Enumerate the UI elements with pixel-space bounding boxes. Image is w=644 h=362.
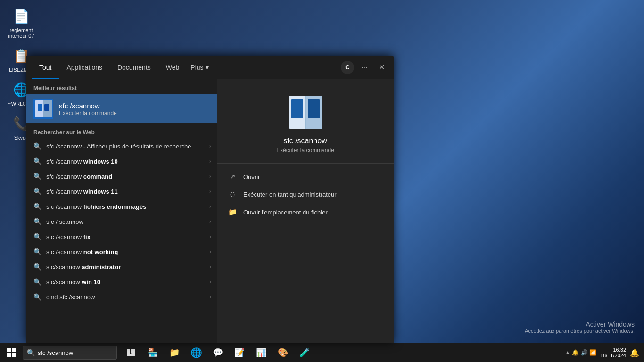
search-icon: 🔍 (33, 173, 41, 180)
result-actions: ↗ Ouvrir 🛡 Exécuter en tant qu'administr… (217, 164, 394, 225)
taskbar: 🔍 🏪 📁 🌐 💬 📝 📊 🎨 🧪 ▲ 🔔 🔊 📶 (0, 343, 644, 362)
chevron-down-icon: ▾ (206, 64, 209, 71)
search-icon: 🔍 (33, 248, 41, 255)
skype-taskbar-button[interactable]: 💬 (207, 343, 228, 362)
tab-tout[interactable]: Tout (32, 56, 59, 79)
web-search-item-8[interactable]: 🔍 sfc/scannow administrator › (26, 259, 217, 274)
web-search-header: Rechercher sur le Web (26, 123, 217, 139)
web-search-item-2[interactable]: 🔍 sfc /scannow command › (26, 169, 217, 184)
svg-rect-14 (131, 349, 135, 354)
search-icon: 🔍 (33, 142, 41, 150)
web-search-item-6[interactable]: 🔍 sfc /scannow fix › (26, 229, 217, 244)
activate-windows-subtitle: Accédez aux paramètres pour activer Wind… (525, 328, 635, 334)
tab-web[interactable]: Web (158, 56, 187, 79)
search-icon: 🔍 (33, 263, 41, 271)
web-search-item-1[interactable]: 🔍 sfc /scannow windows 10 › (26, 154, 217, 169)
arrow-icon: › (209, 143, 211, 149)
taskbar-right: ▲ 🔔 🔊 📶 16:32 18/11/2024 🔔 (565, 347, 644, 358)
action-location[interactable]: 📁 Ouvrir l'emplacement du fichier (217, 203, 394, 221)
web-search-item-3[interactable]: 🔍 sfc /scannow windows 11 › (26, 184, 217, 199)
best-result-title: sfc /scannow (59, 102, 117, 110)
word-taskbar-button[interactable]: 📝 (229, 343, 250, 362)
arrow-icon: › (209, 279, 211, 285)
arrow-icon: › (209, 188, 211, 195)
svg-rect-3 (44, 104, 49, 111)
svg-rect-15 (127, 354, 135, 356)
paint-taskbar-button[interactable]: 🎨 (272, 343, 293, 362)
arrow-icon: › (209, 173, 211, 180)
date-display: 18/11/2024 (600, 353, 626, 358)
search-icon: 🔍 (33, 157, 41, 165)
taskbar-clock[interactable]: 16:32 18/11/2024 (600, 347, 626, 358)
svg-rect-9 (7, 348, 11, 352)
svg-rect-6 (291, 99, 303, 118)
action-ouvrir[interactable]: ↗ Ouvrir (217, 168, 394, 186)
search-right-panel: sfc /scannow Exécuter la commande ↗ Ouvr… (217, 79, 394, 343)
reglement-icon: 📄 (12, 7, 31, 25)
activate-windows-title: Activer Windows (525, 321, 635, 328)
web-search-item-5[interactable]: 🔍 sfc / scannow › (26, 214, 217, 229)
search-icon: 🔍 (33, 188, 41, 195)
svg-rect-13 (127, 349, 130, 354)
arrow-icon: › (209, 233, 211, 240)
chrome-button[interactable]: 🌐 (186, 343, 206, 362)
tab-documents[interactable]: Documents (110, 56, 158, 79)
svg-rect-12 (12, 353, 16, 357)
svg-rect-10 (12, 348, 16, 352)
svg-rect-11 (7, 353, 11, 357)
tab-applications[interactable]: Applications (59, 56, 110, 79)
taskbar-search-box[interactable]: 🔍 (23, 346, 117, 360)
web-search-item-10[interactable]: 🔍 cmd sfc /scannow › (26, 289, 217, 304)
file-explorer-button[interactable]: 📁 (164, 343, 185, 362)
more-options-button[interactable]: ··· (358, 61, 371, 74)
web-search-item-7[interactable]: 🔍 sfc /scannow not working › (26, 244, 217, 259)
start-button[interactable] (0, 343, 23, 362)
desktop: 📄 reglement interieur 07 📋 LISEZMOI 🌐 ~W… (0, 0, 644, 362)
search-icon: 🔍 (33, 278, 41, 286)
arrow-icon: › (209, 158, 211, 165)
taskview-button[interactable] (121, 343, 141, 362)
notification-button[interactable]: 🔔 (630, 348, 639, 357)
search-left-panel: Meilleur résultat sfc /scannow Exécuter … (26, 79, 217, 343)
lab-taskbar-button[interactable]: 🧪 (294, 343, 315, 362)
result-detail: sfc /scannow Exécuter la commande (217, 79, 394, 164)
best-result-subtitle: Exécuter la commande (59, 110, 117, 116)
search-icon-taskbar: 🔍 (27, 349, 35, 356)
tab-plus[interactable]: Plus ▾ (187, 56, 212, 79)
svg-rect-2 (38, 104, 42, 111)
system-tray-icons: ▲ 🔔 🔊 📶 (565, 349, 596, 356)
result-detail-type: Exécuter la commande (276, 147, 334, 154)
arrow-icon: › (209, 248, 211, 255)
arrow-icon: › (209, 294, 211, 300)
search-tabs: Tout Applications Documents Web Plus ▾ C… (26, 56, 394, 79)
search-icon: 🔍 (33, 233, 41, 240)
windows-store-button[interactable]: 🏪 (142, 343, 163, 362)
best-result-item[interactable]: sfc /scannow Exécuter la commande (26, 94, 217, 123)
close-button[interactable]: ✕ (375, 61, 388, 74)
result-detail-icon-container (287, 93, 324, 131)
time-display: 16:32 (613, 347, 626, 353)
search-icon: 🔍 (33, 293, 41, 301)
reglement-label: reglement interieur 07 (7, 27, 36, 39)
arrow-icon: › (209, 263, 211, 270)
desktop-icon-reglement[interactable]: 📄 reglement interieur 07 (5, 5, 38, 41)
shield-icon: 🛡 (228, 190, 237, 198)
action-ouvrir-label: Ouvrir (243, 173, 260, 181)
svg-rect-7 (308, 99, 320, 118)
best-result-header: Meilleur résultat (26, 79, 217, 94)
web-search-item-9[interactable]: 🔍 sfc/scannow win 10 › (26, 274, 217, 289)
search-icon: 🔍 (33, 218, 41, 225)
best-result-icon (33, 99, 53, 119)
search-content: Meilleur résultat sfc /scannow Exécuter … (26, 79, 394, 343)
search-icon: 🔍 (33, 203, 41, 210)
excel-taskbar-button[interactable]: 📊 (251, 343, 272, 362)
search-input[interactable] (38, 349, 113, 356)
cmd-file-icon (289, 96, 322, 129)
action-admin[interactable]: 🛡 Exécuter en tant qu'administrateur (217, 186, 394, 203)
action-location-label: Ouvrir l'emplacement du fichier (243, 209, 328, 216)
result-detail-name: sfc /scannow (283, 137, 327, 145)
action-admin-label: Exécuter en tant qu'administrateur (243, 191, 337, 198)
web-search-item-4[interactable]: 🔍 sfc /scannow fichiers endommagés › (26, 199, 217, 214)
web-search-item-0[interactable]: 🔍 sfc /scannow - Afficher plus de résult… (26, 139, 217, 154)
activate-windows: Activer Windows Accédez aux paramètres p… (525, 321, 635, 334)
